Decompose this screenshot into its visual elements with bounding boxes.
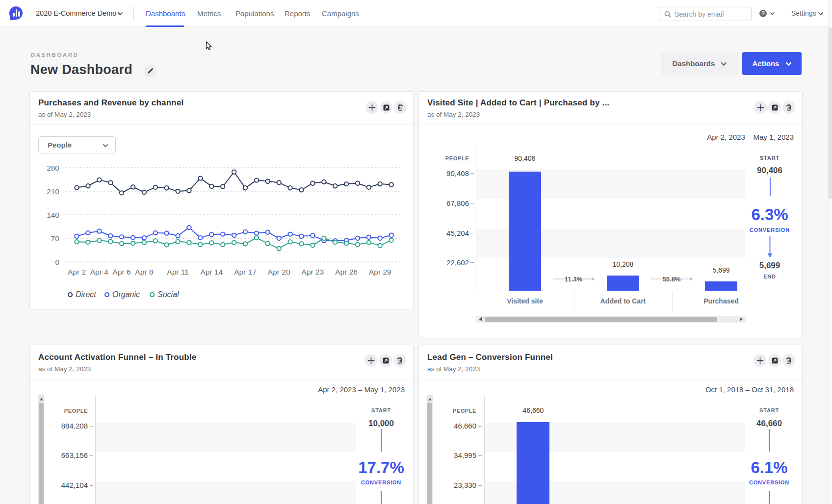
- svg-text:Apr 23: Apr 23: [302, 268, 324, 276]
- svg-text:Apr 17: Apr 17: [234, 268, 257, 276]
- svg-text:210: 210: [47, 187, 59, 196]
- svg-text:70: 70: [51, 234, 60, 243]
- svg-text:140: 140: [47, 211, 59, 219]
- svg-text:Apr 2: Apr 2: [68, 268, 86, 276]
- svg-text:Apr 4: Apr 4: [90, 268, 108, 276]
- svg-text:Apr 26: Apr 26: [335, 268, 358, 276]
- svg-text:0: 0: [55, 258, 59, 266]
- svg-text:Apr 20: Apr 20: [268, 268, 290, 276]
- svg-text:280: 280: [47, 164, 59, 172]
- svg-text:Apr 14: Apr 14: [200, 268, 223, 276]
- svg-text:Apr 6: Apr 6: [113, 268, 131, 276]
- svg-text:Apr 11: Apr 11: [167, 268, 189, 276]
- svg-text:Apr 29: Apr 29: [369, 268, 391, 276]
- svg-text:Apr 8: Apr 8: [135, 268, 153, 276]
